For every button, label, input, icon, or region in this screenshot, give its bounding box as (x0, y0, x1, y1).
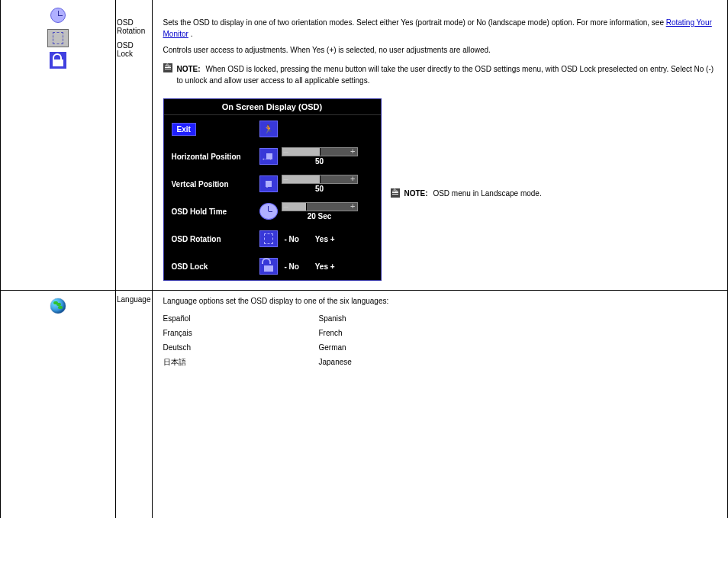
subitem-column: OSD Rotation OSD Lock (116, 0, 153, 291)
hold-slider[interactable]: 20 Sec (280, 202, 359, 220)
note-label: NOTE: (177, 65, 201, 73)
osd-lock-icon (50, 52, 66, 69)
rot-icon (259, 230, 278, 247)
lang-intro: Language options set the OSD display to … (163, 295, 720, 307)
lang-val-es: Spanish (319, 311, 346, 326)
vpos-value: 50 (315, 185, 324, 193)
description-column: Sets the OSD to display in one of two or… (152, 0, 728, 291)
globe-icon (50, 298, 66, 314)
note-icon (163, 63, 172, 72)
lang-row-de: Deutsch German (163, 340, 720, 355)
side-note-label: NOTE: (404, 189, 428, 198)
lang-val-fr: French (319, 326, 343, 340)
subitem-column-2: Language (116, 291, 153, 519)
lang-key-de: Deutsch (163, 340, 293, 355)
lang-row-blank (163, 369, 720, 384)
landscape-note: NOTE: OSD menu in Landscape mode. (391, 188, 542, 198)
osd-panel: On Screen Display (OSD) Exit Horizontal … (163, 98, 382, 281)
note-icon-2 (391, 188, 400, 198)
rot-no[interactable]: - No (285, 235, 299, 243)
hold-clock-icon (259, 203, 278, 220)
vpos-slider[interactable]: 50 (280, 175, 359, 193)
lock-desc: Controls user access to adjustments. Whe… (163, 44, 720, 56)
note-text: When OSD is locked, pressing the menu bu… (177, 65, 714, 85)
lang-val-de: German (319, 340, 346, 355)
rotation-text-3: . (191, 30, 193, 38)
rot-yes[interactable]: Yes + (315, 235, 335, 243)
osd-vpos-label: Vertcal Position (169, 180, 257, 188)
lang-key-es: Español (163, 311, 293, 326)
lang-val-jp: Japanese (319, 355, 352, 369)
note-block: NOTE: When OSD is locked, pressing the m… (163, 63, 720, 86)
osd-lock-label: OSD Lock (169, 262, 257, 271)
osd-hpos-label: Horizontal Position (169, 153, 257, 161)
unlock-icon (259, 258, 278, 275)
lang-row-es: Español Spanish (163, 311, 720, 326)
osd-row-vpos[interactable]: Vertcal Position 50 (164, 170, 381, 198)
clock-icon (50, 8, 66, 23)
rotation-text-2: option. For more information, see (552, 18, 666, 27)
osd-row-hold[interactable]: OSD Hold Time 20 Sec (164, 198, 381, 225)
lang-list: Español Spanish Français French Deutsch … (163, 311, 720, 384)
exit-run-icon (259, 121, 278, 137)
osd-row-hpos[interactable]: Horizontal Position 50 (164, 143, 381, 170)
icon-column (1, 0, 116, 291)
description-column-2: Language options set the OSD display to … (152, 291, 728, 519)
osd-exit-label: Exit (172, 123, 196, 136)
rotation-text-1: Sets the OSD to display in one of two or… (163, 18, 552, 27)
vpos-icon (259, 175, 278, 192)
osd-row-exit[interactable]: Exit (164, 115, 381, 143)
rotation-desc: Sets the OSD to display in one of two or… (163, 17, 720, 40)
lang-row-jp: 日本語 Japanese (163, 355, 720, 369)
osd-rotation-icon (47, 29, 69, 47)
osd-row-rot[interactable]: OSD Rotation - No Yes + (164, 225, 381, 253)
hold-value: 20 Sec (308, 212, 332, 220)
osd-row-lock[interactable]: OSD Lock - No Yes + (164, 253, 381, 280)
hpos-icon (259, 148, 278, 165)
icon-column-2 (1, 291, 116, 519)
hpos-value: 50 (315, 157, 324, 166)
hpos-slider[interactable]: 50 (280, 147, 359, 166)
subitem-rotation: OSD Rotation (117, 18, 151, 35)
subitem-lock: OSD Lock (117, 41, 151, 58)
lock-yes[interactable]: Yes + (315, 262, 335, 271)
subitem-language: Language (117, 295, 151, 304)
lang-key-jp: 日本語 (163, 355, 293, 369)
lang-key-fr: Français (163, 326, 293, 340)
lock-no[interactable]: - No (285, 262, 299, 271)
osd-title: On Screen Display (OSD) (164, 99, 381, 115)
lang-row-fr: Français French (163, 326, 720, 340)
osd-hold-label: OSD Hold Time (169, 208, 257, 216)
side-note-text: OSD menu in Landscape mode. (433, 189, 541, 198)
osd-rot-label: OSD Rotation (169, 235, 257, 243)
